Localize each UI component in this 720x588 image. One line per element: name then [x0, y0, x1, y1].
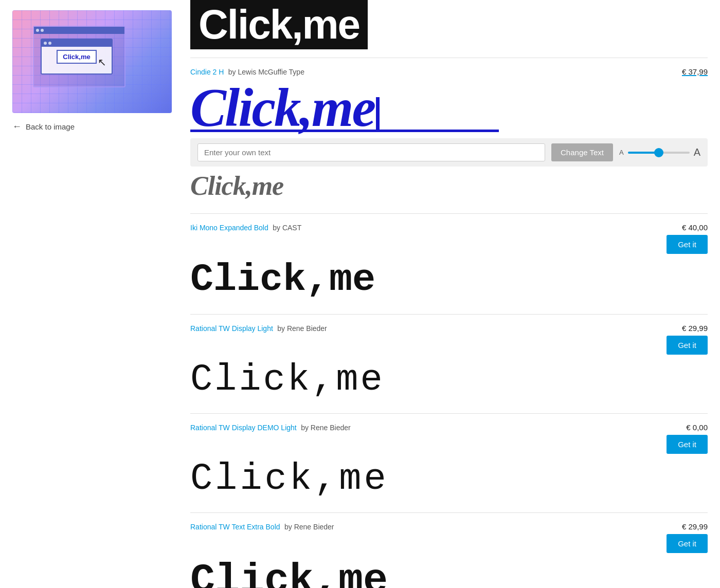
size-slider-row: A A — [619, 146, 700, 158]
rational-bold-price: € 29,99 — [682, 522, 708, 531]
rational-demo-name-link[interactable]: Rational TW Display DEMO Light — [190, 424, 297, 432]
rational-light-preview: Click,me — [190, 359, 708, 401]
iki-price-btn: € 40,00 Get it — [667, 223, 708, 254]
sidebar: Click,me ↖ ← Back to image — [0, 0, 190, 142]
size-label-large: A — [694, 146, 700, 158]
cursor-icon: ↖ — [98, 56, 106, 68]
rational-demo-header-row: Rational TW Display DEMO Light by Rene B… — [190, 423, 708, 454]
font-item-iki: Iki Mono Expanded Bold by CAST € 40,00 G… — [190, 214, 708, 315]
rational-bold-price-btn: € 29,99 Get it — [667, 522, 708, 553]
inner-dot — [44, 42, 47, 45]
change-text-button[interactable]: Change Text — [551, 143, 613, 161]
cindie2h-name-link[interactable]: Cindie 2 H — [190, 68, 224, 76]
rational-demo-author: by Rene Bieder — [301, 424, 351, 432]
main-content: Click,me Cindie 2 H by Lewis McGuffie Ty… — [190, 0, 720, 588]
back-label: Back to image — [26, 122, 75, 131]
rational-demo-get-it-button[interactable]: Get it — [667, 435, 708, 454]
titlebar-dot-2 — [41, 29, 44, 32]
cindie2h-preview-text: Click,me — [190, 81, 374, 135]
rational-demo-preview: Click,me — [190, 458, 708, 500]
iki-name-link[interactable]: Iki Mono Expanded Bold — [190, 224, 268, 232]
iki-price: € 40,00 — [682, 223, 708, 232]
rational-light-name-link[interactable]: Rational TW Display Light — [190, 324, 273, 333]
rational-demo-name-author: Rational TW Display DEMO Light by Rene B… — [190, 423, 351, 432]
window-titlebar — [34, 27, 124, 34]
rational-demo-price: € 0,00 — [686, 423, 708, 432]
iki-header-row: Iki Mono Expanded Bold by CAST € 40,00 G… — [190, 223, 708, 254]
rational-bold-name-author: Rational TW Text Extra Bold by Rene Bied… — [190, 522, 334, 531]
size-label-small: A — [619, 149, 624, 156]
rational-light-author: by Rene Bieder — [277, 324, 327, 333]
cindie2h-price: € 37,99 — [682, 67, 708, 76]
titlebar-dot — [36, 29, 39, 32]
rational-light-price: € 29,99 — [682, 324, 708, 333]
cindie2h-cursor — [376, 97, 380, 131]
font-item-rational-light: Rational TW Display Light by Rene Bieder… — [190, 315, 708, 414]
size-slider[interactable] — [628, 152, 690, 154]
cindie2h-name-author: Cindie 2 H by Lewis McGuffie Type — [190, 67, 304, 77]
click-me-btn[interactable]: Click,me — [57, 50, 96, 64]
rational-bold-get-it-button[interactable]: Get it — [667, 534, 708, 553]
fake-window-inner: Click,me ↖ — [41, 39, 113, 75]
iki-preview: Click,me — [190, 258, 708, 302]
cindie2h-preview-small: Click,me — [190, 171, 708, 201]
iki-name-author: Iki Mono Expanded Bold by CAST — [190, 223, 301, 232]
inner-titlebar — [42, 40, 112, 47]
font-item-cindie2h-header: Cindie 2 H by Lewis McGuffie Type € 37,9… — [190, 67, 708, 77]
rational-bold-preview: Click,me — [190, 557, 708, 588]
rational-bold-author: by Rene Bieder — [284, 523, 334, 531]
rational-bold-name-link[interactable]: Rational TW Text Extra Bold — [190, 523, 280, 531]
font-item-rational-bold: Rational TW Text Extra Bold by Rene Bied… — [190, 513, 708, 588]
rational-light-price-btn: € 29,99 Get it — [667, 324, 708, 355]
text-input-field[interactable] — [197, 143, 545, 161]
top-partial-preview: Click,me — [190, 0, 368, 49]
cindie2h-author: by Lewis McGuffie Type — [228, 68, 304, 76]
font-item-cindie2h: Cindie 2 H by Lewis McGuffie Type € 37,9… — [190, 58, 708, 214]
image-inner: Click,me ↖ — [12, 10, 172, 113]
iki-author: by CAST — [273, 224, 301, 232]
back-to-image-link[interactable]: ← Back to image — [12, 121, 178, 132]
rational-light-header-row: Rational TW Display Light by Rene Bieder… — [190, 324, 708, 355]
rational-demo-price-btn: € 0,00 Get it — [667, 423, 708, 454]
rational-light-name-author: Rational TW Display Light by Rene Bieder — [190, 324, 327, 333]
inner-dot-2 — [48, 42, 51, 45]
sidebar-image: Click,me ↖ — [12, 10, 172, 113]
cindie2h-preview: Click,me — [190, 81, 708, 135]
cindie2h-preview-wrap: Click,me — [190, 81, 708, 132]
rational-bold-header-row: Rational TW Text Extra Bold by Rene Bied… — [190, 522, 708, 553]
page-container: Click,me ↖ ← Back to image Click,me Cind… — [0, 0, 720, 588]
iki-get-it-button[interactable]: Get it — [667, 235, 708, 254]
text-input-row: Change Text A A — [190, 138, 708, 167]
back-arrow-icon: ← — [12, 121, 22, 132]
top-partial-item: Click,me — [190, 0, 708, 58]
font-item-rational-demo: Rational TW Display DEMO Light by Rene B… — [190, 414, 708, 513]
rational-light-get-it-button[interactable]: Get it — [667, 336, 708, 355]
